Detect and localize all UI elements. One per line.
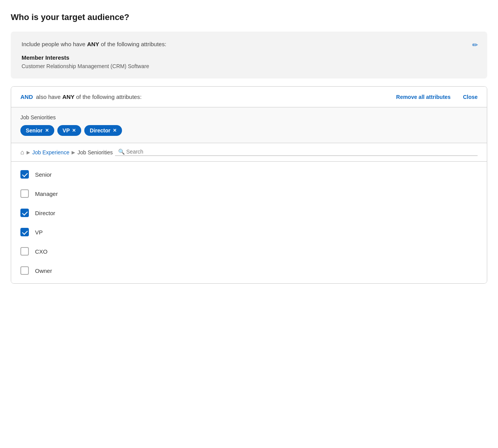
and-header: AND also have ANY of the following attri… [11,87,487,107]
checklist-item-manager[interactable]: Manager [11,184,487,203]
checkbox-owner[interactable] [20,266,29,275]
item-label-director: Director [35,210,55,216]
checklist-item-senior[interactable]: Senior [11,165,487,184]
and-label: AND [20,94,33,100]
breadcrumb-job-experience[interactable]: Job Experience [32,149,70,155]
checklist: Senior Manager Director VP CXO Owner [11,162,487,283]
search-icon: 🔍 [118,149,125,155]
job-seniorities-label: Job Seniorities [20,114,478,120]
checkbox-vp[interactable] [20,228,29,236]
include-text: Include people who have ANY of the follo… [22,41,476,47]
chevron-1-icon: ▶ [27,150,30,155]
breadcrumb-job-seniorities: Job Seniorities [77,149,113,155]
chevron-2-icon: ▶ [72,150,75,155]
page-title: Who is your target audience? [11,12,487,22]
close-button[interactable]: Close [463,94,478,100]
checklist-item-vp[interactable]: VP [11,222,487,242]
breadcrumb-row: ⌂ ▶ Job Experience ▶ Job Seniorities 🔍 [11,143,487,162]
checkbox-manager[interactable] [20,189,29,198]
attributes-card: Include people who have ANY of the follo… [11,32,487,79]
and-header-text: also have ANY of the following attribute… [36,94,393,100]
checkbox-cxo[interactable] [20,247,29,256]
member-interests-label: Member Interests [22,54,476,61]
item-label-senior: Senior [35,171,52,178]
edit-icon[interactable]: ✏ [472,41,478,49]
search-input[interactable] [126,149,478,155]
item-label-cxo: CXO [35,248,48,255]
tag-vp-label: VP [63,127,70,134]
checklist-inner: Senior Manager Director VP CXO Owner [11,162,487,283]
item-label-vp: VP [35,229,43,236]
tags-row: Senior ✕ VP ✕ Director ✕ [20,125,478,136]
checklist-item-owner[interactable]: Owner [11,261,487,280]
checkbox-director[interactable] [20,209,29,217]
item-label-manager: Manager [35,191,58,197]
tag-senior-remove-icon[interactable]: ✕ [45,128,49,133]
tag-senior[interactable]: Senior ✕ [20,125,54,136]
checklist-item-director[interactable]: Director [11,203,487,222]
job-seniorities-section: Job Seniorities Senior ✕ VP ✕ Director ✕ [11,107,487,143]
checkbox-senior[interactable] [20,170,29,179]
search-underline: 🔍 [115,149,478,156]
tag-director-remove-icon[interactable]: ✕ [113,128,117,133]
remove-all-attributes-button[interactable]: Remove all attributes [396,94,451,100]
member-interests-value: Customer Relationship Management (CRM) S… [22,63,476,69]
tag-vp-remove-icon[interactable]: ✕ [72,128,76,133]
tag-director[interactable]: Director ✕ [84,125,122,136]
home-icon[interactable]: ⌂ [20,149,24,156]
checklist-item-cxo[interactable]: CXO [11,242,487,261]
tag-senior-label: Senior [26,127,43,134]
and-card: AND also have ANY of the following attri… [11,86,487,284]
tag-vp[interactable]: VP ✕ [57,125,82,136]
item-label-owner: Owner [35,267,52,274]
tag-director-label: Director [90,127,110,134]
